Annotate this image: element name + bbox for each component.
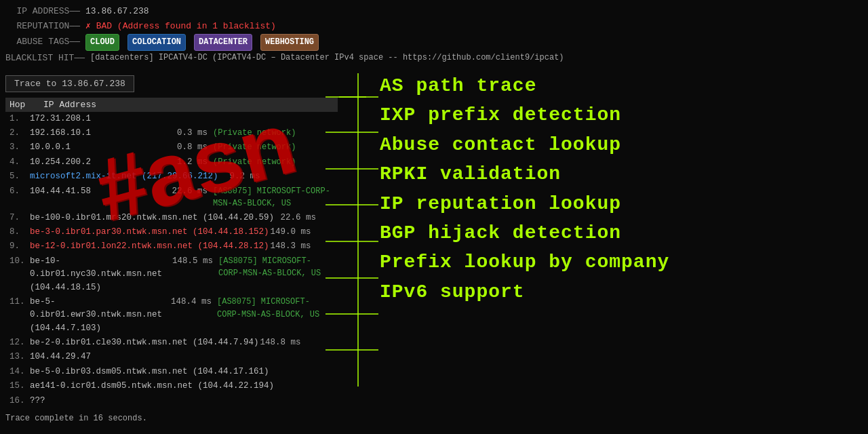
abuse-label: ABUSE TAGS	[5, 35, 80, 50]
trace-button[interactable]: Trace to 13.86.67.238	[5, 75, 134, 92]
tag-cloud: CLOUD	[85, 34, 119, 50]
rep-value: ✗ BAD (Address found in 1 blacklist)	[85, 19, 276, 34]
tag-webhosting: WEBHOSTING	[260, 34, 319, 50]
ip-label: IP ADDRESS	[5, 4, 80, 19]
tag-colocation: COLOCATION	[127, 34, 186, 50]
abuse-tags-row: ABUSE TAGS CLOUD COLOCATION DATACENTER W…	[5, 34, 863, 50]
trace-table: Hop IP Address 1. 172.31.208.1 2. 192.16…	[5, 98, 338, 408]
table-row: 7. be-100-0.ibr01.mrs20.ntwk.msn.net (10…	[5, 211, 338, 225]
trace-complete: Trace complete in 16 seconds.	[0, 408, 868, 429]
table-row: 12. be-2-0.ibr01.cle30.ntwk.msn.net (104…	[5, 336, 338, 350]
feature-prefix: Prefix lookup by company	[380, 248, 848, 277]
feature-bgp: BGP hijack detection	[380, 218, 848, 248]
table-row: 15. ae141-0.icr01.dsm05.ntwk.msn.net (10…	[5, 379, 338, 393]
table-row: 5. microsoft2.mix-it.net (217.29.66.212)…	[5, 170, 338, 184]
feature-as-path: AS path trace	[380, 71, 848, 100]
table-row: 8. be-3-0.ibr01.par30.ntwk.msn.net (104.…	[5, 225, 338, 239]
trace-header: Hop IP Address	[5, 98, 338, 112]
blacklist-value: [datacenters] IPCATV4-DC (IPCATV4-DC – D…	[90, 51, 564, 64]
table-row: 2. 192.168.10.1 0.3 ms (Private network)	[5, 126, 338, 140]
table-row: 6. 104.44.41.58 22.6 ms [AS8075] MICROSO…	[5, 184, 338, 211]
ip-row: IP ADDRESS 13.86.67.238	[5, 4, 863, 19]
table-row: 10. be-10-0.ibr01.nyc30.ntwk.msn.net (10…	[5, 254, 338, 295]
reputation-row: REPUTATION ✗ BAD (Address found in 1 bla…	[5, 19, 863, 34]
table-row: 9. be-12-0.ibr01.lon22.ntwk.msn.net (104…	[5, 239, 338, 254]
table-row: 11. be-5-0.ibr01.ewr30.ntwk.msn.net (104…	[5, 295, 338, 336]
table-row: 13. 104.44.29.47	[5, 350, 338, 364]
header-ip: IP Address	[43, 100, 96, 110]
table-row: 14. be-5-0.ibr03.dsm05.ntwk.msn.net (104…	[5, 365, 338, 379]
ip-value: 13.86.67.238	[85, 4, 149, 19]
blacklist-row: BLACKLIST HIT [datacenters] IPCATV4-DC (…	[5, 51, 863, 66]
feature-abuse: Abuse contact lookup	[380, 130, 848, 159]
table-row: 4. 10.254.200.2 1.2 ms (Private network)	[5, 155, 338, 170]
blacklist-label: BLACKLIST HIT	[5, 51, 85, 66]
table-row: 3. 10.0.0.1 0.8 ms (Private network)	[5, 140, 338, 155]
feature-overlay: AS path trace IXP prefix detection Abuse…	[359, 58, 868, 434]
header-hop: Hop	[9, 100, 30, 110]
feature-ipv6: IPv6 support	[380, 277, 848, 307]
info-bar: IP ADDRESS 13.86.67.238 REPUTATION ✗ BAD…	[0, 0, 868, 70]
feature-rpki: RPKI validation	[380, 159, 848, 189]
feature-ixp: IXP prefix detection	[380, 100, 848, 130]
table-row: 1. 172.31.208.1	[5, 112, 338, 126]
feature-ip-rep: IP reputation lookup	[380, 189, 848, 218]
tag-datacenter: DATACENTER	[194, 34, 252, 50]
table-row: 16. ???	[5, 394, 338, 408]
rep-label: REPUTATION	[5, 19, 80, 34]
